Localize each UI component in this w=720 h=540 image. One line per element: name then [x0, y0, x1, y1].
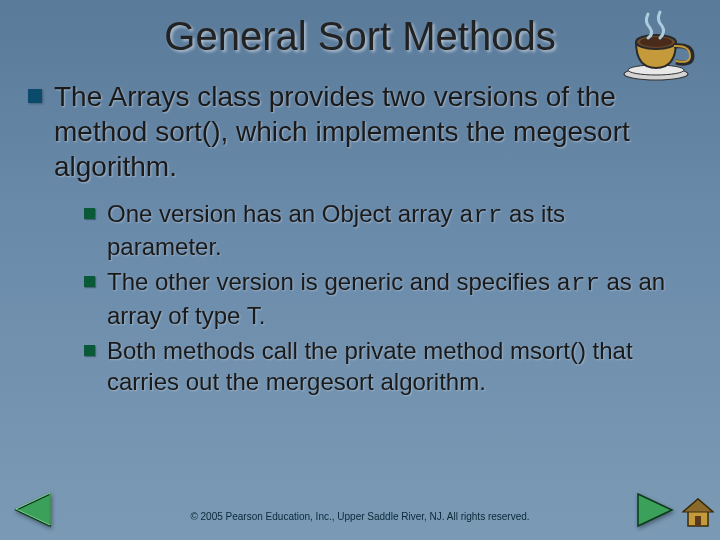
code-token: arr: [557, 270, 600, 297]
coffee-cup-icon: [614, 4, 704, 84]
bullet-level-2: The other version is generic and specifi…: [84, 266, 684, 330]
sub-b-pre: The other version is generic and specifi…: [107, 268, 557, 295]
prev-slide-button[interactable]: [10, 490, 54, 534]
svg-marker-6: [638, 494, 672, 526]
copyright-footer: © 2005 Pearson Education, Inc., Upper Sa…: [0, 511, 720, 522]
svg-point-3: [640, 37, 672, 47]
next-slide-button[interactable]: [634, 490, 678, 534]
sub-bullet-text: Both methods call the private method mso…: [107, 335, 684, 397]
main-bullet-text: The Arrays class provides two versions o…: [54, 79, 684, 184]
svg-rect-9: [695, 516, 701, 526]
bullet-level-1: The Arrays class provides two versions o…: [28, 79, 684, 184]
page-title: General Sort Methods: [0, 0, 720, 59]
next-arrow-icon: [634, 490, 678, 530]
home-icon: [680, 496, 716, 530]
svg-marker-4: [16, 494, 50, 526]
square-bullet-icon: [84, 208, 95, 219]
bullet-level-2: One version has an Object array arr as i…: [84, 198, 684, 262]
square-bullet-icon: [84, 276, 95, 287]
square-bullet-icon: [28, 89, 42, 103]
code-token: arr: [459, 202, 502, 229]
prev-arrow-icon: [10, 490, 54, 530]
bullet-level-2: Both methods call the private method mso…: [84, 335, 684, 397]
sub-a-pre: One version has an Object array: [107, 200, 459, 227]
sub-bullet-text: One version has an Object array arr as i…: [107, 198, 684, 262]
svg-marker-8: [683, 499, 713, 512]
square-bullet-icon: [84, 345, 95, 356]
sub-bullet-text: The other version is generic and specifi…: [107, 266, 684, 330]
home-button[interactable]: [680, 496, 716, 534]
